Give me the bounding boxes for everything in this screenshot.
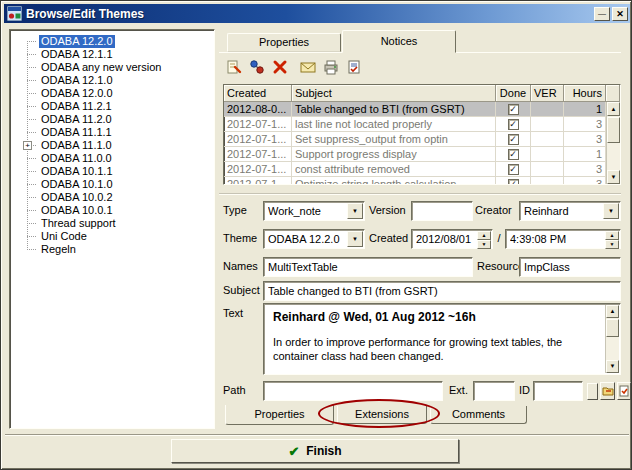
type-value: Work_note bbox=[268, 204, 346, 218]
themes-tree: ODABA 12.2.0 ODABA 12.1.1 ODABA any new … bbox=[9, 29, 215, 429]
close-button[interactable]: ✕ bbox=[612, 7, 628, 21]
names-label: Names bbox=[223, 260, 258, 273]
spin-down-icon[interactable]: ▼ bbox=[605, 240, 619, 249]
mail-button[interactable] bbox=[297, 57, 318, 77]
created-time-spinner[interactable]: 4:39:08 PM ▲ ▼ bbox=[505, 229, 621, 249]
close-icon: ✕ bbox=[616, 9, 624, 19]
tree-item[interactable]: ODABA 10.1.0 bbox=[10, 178, 214, 191]
path-aux-button[interactable] bbox=[587, 383, 598, 400]
path-browse-button[interactable] bbox=[617, 382, 631, 400]
tree-item[interactable]: ODABA 11.2.1 bbox=[10, 100, 214, 113]
delete-notice-button[interactable] bbox=[269, 57, 290, 77]
tree-item[interactable]: +ODABA 11.1.0 bbox=[10, 139, 214, 152]
resource-field[interactable] bbox=[519, 257, 621, 277]
cell-hours: 1 bbox=[564, 102, 606, 117]
spin-up-icon[interactable]: ▲ bbox=[605, 231, 619, 240]
table-row[interactable]: 2012-07-1... Optimize string length calc… bbox=[224, 177, 620, 185]
table-scrollbar[interactable]: ▲ ▼ bbox=[606, 102, 620, 184]
column-header-hours[interactable]: Hours bbox=[564, 85, 606, 102]
tree-item[interactable]: ODABA 11.0.0 bbox=[10, 152, 214, 165]
id-field[interactable] bbox=[533, 381, 583, 401]
print-button[interactable] bbox=[320, 57, 341, 77]
scrollbar-thumb[interactable] bbox=[607, 117, 620, 143]
new-notice-button[interactable] bbox=[223, 57, 244, 77]
tree-item[interactable]: ODABA 12.0.0 bbox=[10, 87, 214, 100]
tree-item[interactable]: ODABA 11.1.1 bbox=[10, 126, 214, 139]
finish-button[interactable]: ✔ Finish bbox=[171, 439, 459, 463]
names-field[interactable] bbox=[263, 257, 473, 277]
text-heading: Reinhard @ Wed, 01 Aug 2012 ~16h bbox=[273, 310, 600, 324]
report-button[interactable] bbox=[343, 57, 364, 77]
done-checkbox[interactable]: ✓ bbox=[508, 104, 519, 115]
column-header-created[interactable]: Created bbox=[224, 85, 292, 102]
tree-item-label: ODABA 12.1.0 bbox=[39, 74, 115, 87]
tree-item[interactable]: ODABA 12.1.0 bbox=[10, 74, 214, 87]
dropdown-arrow-icon[interactable]: ▼ bbox=[347, 203, 363, 219]
table-row[interactable]: 2012-08-0... Table changed to BTI (from … bbox=[224, 102, 620, 117]
scroll-up-button[interactable]: ▲ bbox=[606, 305, 619, 318]
tree-item[interactable]: ODABA 10.0.2 bbox=[10, 191, 214, 204]
table-row[interactable]: 2012-07-1... Support progress display ✓ … bbox=[224, 147, 620, 162]
tab-comments[interactable]: Comments bbox=[430, 406, 527, 424]
table-header: Created Subject Done VER Hours bbox=[224, 85, 620, 102]
expand-plus-icon[interactable]: + bbox=[23, 141, 32, 150]
scroll-down-button[interactable]: ▼ bbox=[607, 170, 620, 184]
cell-created: 2012-07-1... bbox=[224, 132, 292, 147]
created-time-value: 4:39:08 PM bbox=[510, 232, 604, 246]
tab-extensions[interactable]: Extensions bbox=[337, 406, 427, 424]
tree-item[interactable]: ODABA any new version bbox=[10, 61, 214, 74]
tree-item[interactable]: ODABA 10.1.1 bbox=[10, 165, 214, 178]
tree-item[interactable]: ODABA 12.1.1 bbox=[10, 48, 214, 61]
tab-notices[interactable]: Notices bbox=[342, 30, 456, 53]
dropdown-arrow-icon[interactable]: ▼ bbox=[603, 203, 619, 219]
spin-down-icon[interactable]: ▼ bbox=[477, 240, 491, 249]
scrollbar-thumb[interactable] bbox=[606, 319, 619, 337]
text-editor[interactable]: Reinhard @ Wed, 01 Aug 2012 ~16h In orde… bbox=[263, 303, 621, 375]
tree-item[interactable]: Regeln bbox=[10, 243, 214, 256]
spin-buttons: ▲ ▼ bbox=[477, 231, 491, 247]
cell-hours: 3 bbox=[564, 177, 606, 185]
path-field[interactable] bbox=[263, 381, 443, 401]
footer-separator bbox=[5, 434, 629, 436]
column-header-ver[interactable]: VER bbox=[531, 85, 564, 102]
tree-item[interactable]: ODABA 11.2.0 bbox=[10, 113, 214, 126]
table-row[interactable]: 2012-07-1... Set suppress_output from op… bbox=[224, 132, 620, 147]
scroll-down-button[interactable]: ▼ bbox=[606, 360, 619, 373]
table-row[interactable]: 2012-07-1... const attribute removed ✓ 3 bbox=[224, 162, 620, 177]
text-scrollbar[interactable]: ▲ ▼ bbox=[605, 305, 619, 373]
tab-properties-top[interactable]: Properties bbox=[227, 33, 341, 52]
scroll-up-button[interactable]: ▲ bbox=[607, 102, 620, 116]
version-field[interactable] bbox=[411, 201, 473, 221]
check-icon: ✓ bbox=[509, 179, 517, 186]
cell-hours: 1 bbox=[564, 147, 606, 162]
table-row[interactable]: 2012-07-1... last line not located prope… bbox=[224, 117, 620, 132]
done-checkbox[interactable]: ✓ bbox=[508, 179, 519, 186]
path-open-button[interactable] bbox=[600, 382, 615, 400]
theme-dropdown[interactable]: ODABA 12.2.0 ▼ bbox=[263, 229, 365, 249]
spin-up-icon[interactable]: ▲ bbox=[477, 231, 491, 240]
done-checkbox[interactable]: ✓ bbox=[508, 164, 519, 175]
column-header-done[interactable]: Done bbox=[496, 85, 531, 102]
minimize-button[interactable]: — bbox=[594, 7, 610, 21]
link-notices-button[interactable] bbox=[246, 57, 267, 77]
created-date-spinner[interactable]: 2012/08/01 ▲ ▼ bbox=[411, 229, 493, 249]
scroll-up-icon: ▲ bbox=[611, 106, 617, 112]
tree-item[interactable]: Uni Code bbox=[10, 230, 214, 243]
column-header-subject[interactable]: Subject bbox=[292, 85, 496, 102]
subject-field[interactable] bbox=[263, 281, 621, 301]
dropdown-arrow-icon[interactable]: ▼ bbox=[347, 231, 363, 247]
cell-done: ✓ bbox=[496, 117, 531, 132]
cell-hours: 3 bbox=[564, 132, 606, 147]
done-checkbox[interactable]: ✓ bbox=[508, 149, 519, 160]
type-dropdown[interactable]: Work_note ▼ bbox=[263, 201, 365, 221]
creator-dropdown[interactable]: Reinhard ▼ bbox=[519, 201, 621, 221]
tree-item[interactable]: ODABA 10.0.1 bbox=[10, 204, 214, 217]
done-checkbox[interactable]: ✓ bbox=[508, 134, 519, 145]
tree-item[interactable]: ODABA 12.2.0 bbox=[10, 35, 214, 48]
done-checkbox[interactable]: ✓ bbox=[508, 119, 519, 130]
cell-ver bbox=[531, 132, 564, 147]
column-header-filler bbox=[606, 85, 620, 102]
tab-properties-bottom[interactable]: Properties bbox=[225, 405, 334, 425]
tree-item[interactable]: Thread support bbox=[10, 217, 214, 230]
ext-field[interactable] bbox=[473, 381, 515, 401]
